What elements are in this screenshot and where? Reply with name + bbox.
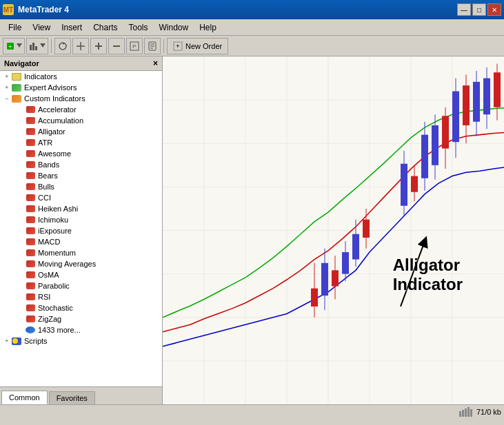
- nav-item-ichimoku[interactable]: Ichimoku: [0, 214, 162, 225]
- nav-item-scripts[interactable]: + Scripts: [0, 335, 162, 346]
- new-order-button[interactable]: + New Order: [167, 38, 228, 54]
- rsi-icon: [25, 292, 36, 302]
- navigator-tree: + Indicators + Expert Advisors − Custom …: [0, 71, 162, 386]
- nav-item-iexposure[interactable]: iExposure: [0, 225, 162, 236]
- svg-marker-2: [17, 43, 22, 48]
- toolbar-template-btn[interactable]: [144, 38, 161, 54]
- toolbar-zoomin-btn[interactable]: [90, 38, 107, 54]
- moving-averages-label: Moving Averages: [38, 260, 96, 268]
- maximize-btn[interactable]: □: [472, 3, 486, 16]
- toolbar-sep2: [163, 39, 164, 53]
- navigator-close-btn[interactable]: ×: [153, 59, 158, 68]
- toolbar-refresh-btn[interactable]: [54, 38, 71, 54]
- parabolic-label: Parabolic: [38, 282, 70, 290]
- accelerator-icon: [25, 105, 36, 114]
- custom-icon: [11, 94, 22, 103]
- macd-icon: [25, 237, 36, 247]
- nav-item-awesome[interactable]: Awesome: [0, 148, 162, 159]
- scripts-toggle[interactable]: +: [3, 337, 11, 345]
- toolbar-add-btn[interactable]: +: [3, 38, 25, 54]
- heiken-ashi-icon: [25, 204, 36, 214]
- nav-item-moving-averages[interactable]: Moving Averages: [0, 258, 162, 269]
- nav-item-macd[interactable]: MACD: [0, 236, 162, 247]
- svg-rect-12: [113, 45, 120, 47]
- more-icon: [25, 325, 36, 335]
- svg-rect-55: [432, 125, 439, 165]
- alligator-label: Alligator: [38, 127, 65, 136]
- nav-item-parabolic[interactable]: Parabolic: [0, 280, 162, 291]
- nav-item-cci[interactable]: CCI: [0, 192, 162, 203]
- accumulation-label: Accumulation: [38, 116, 83, 125]
- close-btn[interactable]: ✕: [487, 3, 501, 16]
- status-bar: 71/0 kb: [0, 404, 504, 418]
- nav-item-indicators[interactable]: + Indicators: [0, 71, 162, 82]
- menu-view[interactable]: View: [27, 21, 56, 34]
- menu-tools[interactable]: Tools: [123, 21, 154, 34]
- menu-file[interactable]: File: [3, 21, 27, 34]
- nav-item-more[interactable]: 1433 more...: [0, 324, 162, 335]
- stochastic-icon: [25, 303, 36, 313]
- navigator-tabs: Common Favorites: [0, 386, 162, 404]
- nav-item-stochastic[interactable]: Stochastic: [0, 302, 162, 313]
- nav-item-heiken-ashi[interactable]: Heiken Ashi: [0, 203, 162, 214]
- bars-icon: [459, 407, 474, 417]
- nav-item-custom-indicators[interactable]: − Custom Indicators: [0, 93, 162, 104]
- menu-charts[interactable]: Charts: [88, 21, 123, 34]
- chart-svg: [163, 56, 504, 404]
- nav-item-momentum[interactable]: Momentum: [0, 247, 162, 258]
- chart-area[interactable]: Alligator Indicator: [163, 56, 504, 404]
- app-icon: MT: [3, 4, 14, 15]
- menu-help[interactable]: Help: [194, 21, 222, 34]
- nav-item-alligator[interactable]: Alligator: [0, 126, 162, 137]
- expert-label: Expert Advisors: [24, 83, 77, 92]
- svg-rect-70: [459, 411, 461, 417]
- bulls-icon: [25, 182, 36, 191]
- toolbar-crosshair-btn[interactable]: [72, 38, 89, 54]
- accumulation-icon: [25, 116, 36, 125]
- expert-toggle[interactable]: +: [3, 83, 11, 92]
- nav-item-bulls[interactable]: Bulls: [0, 181, 162, 192]
- svg-rect-74: [470, 409, 472, 417]
- toolbar-chart-btn[interactable]: [26, 38, 48, 54]
- svg-rect-51: [411, 176, 418, 192]
- custom-toggle[interactable]: −: [3, 94, 11, 103]
- svg-rect-61: [463, 85, 470, 125]
- title-bar: MT MetaTrader 4 — □ ✕: [0, 0, 504, 19]
- tab-favorites[interactable]: Favorites: [49, 391, 95, 404]
- indicators-toggle[interactable]: +: [3, 72, 11, 81]
- nav-item-bears[interactable]: Bears: [0, 170, 162, 181]
- nav-item-accelerator[interactable]: Accelerator: [0, 104, 162, 115]
- nav-item-bands[interactable]: Bands: [0, 159, 162, 170]
- macd-label: MACD: [38, 238, 60, 246]
- bears-icon: [25, 171, 36, 180]
- toolbar-zoomout-btn[interactable]: [108, 38, 125, 54]
- nav-item-atr[interactable]: ATR: [0, 137, 162, 148]
- svg-rect-37: [311, 289, 318, 307]
- toolbar: + P + New Order: [0, 36, 504, 56]
- minimize-btn[interactable]: —: [457, 3, 471, 16]
- svg-rect-53: [421, 135, 428, 178]
- menu-window[interactable]: Window: [154, 21, 194, 34]
- toolbar-sep1: [51, 39, 52, 53]
- svg-rect-59: [452, 92, 459, 143]
- nav-item-expert-advisors[interactable]: + Expert Advisors: [0, 82, 162, 93]
- status-bars-indicator: 71/0 kb: [459, 407, 501, 417]
- nav-item-zigzag[interactable]: ZigZag: [0, 313, 162, 324]
- window-controls: — □ ✕: [457, 3, 501, 16]
- iexposure-icon: [25, 226, 36, 236]
- svg-rect-65: [483, 79, 490, 115]
- svg-rect-67: [494, 72, 501, 107]
- main-area: Navigator × + Indicators + Expert Adviso…: [0, 56, 504, 404]
- nav-item-osma[interactable]: OsMA: [0, 269, 162, 280]
- menu-bar: File View Insert Charts Tools Window Hel…: [0, 19, 504, 36]
- svg-rect-43: [342, 252, 349, 274]
- nav-item-rsi[interactable]: RSI: [0, 291, 162, 302]
- toolbar-period-btn[interactable]: P: [126, 38, 143, 54]
- menu-insert[interactable]: Insert: [56, 21, 88, 34]
- svg-marker-6: [40, 43, 46, 48]
- svg-rect-63: [473, 82, 480, 122]
- nav-item-accumulation[interactable]: Accumulation: [0, 115, 162, 126]
- tab-common[interactable]: Common: [1, 391, 48, 404]
- svg-rect-57: [442, 116, 449, 148]
- annotation-line1: Alligator: [393, 256, 463, 275]
